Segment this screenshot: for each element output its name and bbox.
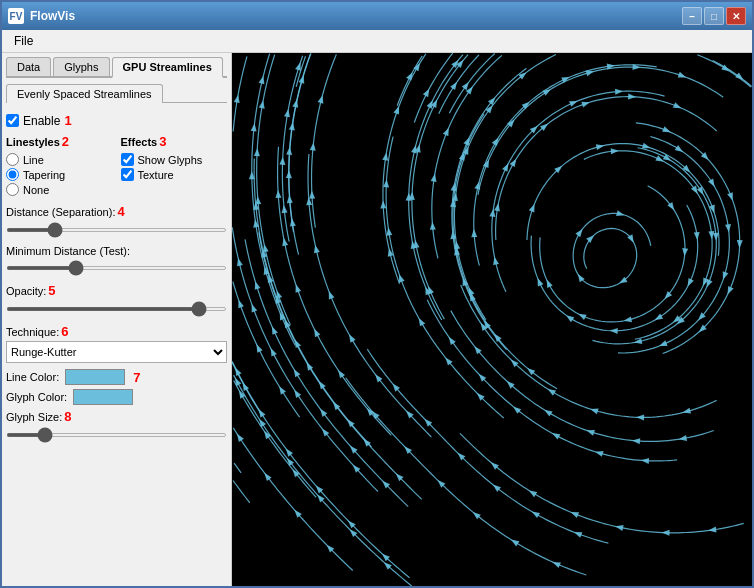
checkbox-texture: Texture — [121, 168, 228, 181]
tab-gpu-streamlines[interactable]: GPU Streamlines — [112, 57, 223, 78]
two-columns: Linestyles2 Line Tapering None — [6, 134, 227, 198]
file-menu[interactable]: File — [6, 32, 41, 50]
opacity-annotation: 5 — [48, 283, 55, 298]
glyph-size-section: Glyph Size:8 — [6, 409, 227, 444]
distance-separation-slider-container — [6, 221, 227, 239]
distance-annotation: 4 — [117, 204, 124, 219]
checkbox-show-glyphs: Show Glyphs — [121, 153, 228, 166]
main-window: FV FlowVis – □ ✕ File Data Glyphs GPU St… — [0, 0, 754, 588]
texture-checkbox[interactable] — [121, 168, 134, 181]
tab-data[interactable]: Data — [6, 57, 51, 76]
technique-annotation: 6 — [61, 324, 68, 339]
linestyles-label: Linestyles2 — [6, 134, 113, 149]
glyph-size-label: Glyph Size:8 — [6, 409, 227, 424]
enable-row: Enable 1 — [6, 113, 227, 128]
flow-visualization — [232, 53, 752, 588]
subtab-evenly-spaced[interactable]: Evenly Spaced Streamlines — [6, 84, 163, 103]
left-panel: Data Glyphs GPU Streamlines Evenly Space… — [2, 53, 232, 588]
enable-label: Enable — [23, 114, 60, 128]
line-color-label: Line Color: — [6, 371, 59, 383]
distance-separation-label: Distance (Separation):4 — [6, 204, 227, 219]
radio-tapering-label: Tapering — [23, 169, 65, 181]
line-color-swatch[interactable] — [65, 369, 125, 385]
title-bar: FV FlowVis – □ ✕ — [2, 2, 752, 30]
maximize-button[interactable]: □ — [704, 7, 724, 25]
linestyles-annotation: 2 — [62, 134, 69, 149]
tab-glyphs[interactable]: Glyphs — [53, 57, 109, 76]
main-layout: Data Glyphs GPU Streamlines Evenly Space… — [2, 53, 752, 588]
window-title: FlowVis — [30, 9, 682, 23]
close-button[interactable]: ✕ — [726, 7, 746, 25]
enable-annotation: 1 — [64, 113, 71, 128]
effects-label: Effects3 — [121, 134, 228, 149]
opacity-slider-container — [6, 300, 227, 318]
minimum-distance-slider-container — [6, 259, 227, 277]
radio-tapering-input[interactable] — [6, 168, 19, 181]
glyph-color-row: Glyph Color: — [6, 389, 227, 405]
technique-label: Technique:6 — [6, 324, 227, 339]
menubar: File — [2, 30, 752, 53]
technique-section: Technique:6 Runge-KutterEuler — [6, 324, 227, 363]
effects-annotation: 3 — [159, 134, 166, 149]
radio-none-input[interactable] — [6, 183, 19, 196]
radio-none: None — [6, 183, 113, 196]
radio-line-label: Line — [23, 154, 44, 166]
radio-none-label: None — [23, 184, 49, 196]
opacity-label: Opacity:5 — [6, 283, 227, 298]
window-controls: – □ ✕ — [682, 7, 746, 25]
radio-tapering: Tapering — [6, 168, 113, 181]
enable-checkbox[interactable] — [6, 114, 19, 127]
glyph-size-slider-container — [6, 426, 227, 444]
minimize-button[interactable]: – — [682, 7, 702, 25]
show-glyphs-label: Show Glyphs — [138, 154, 203, 166]
line-color-annotation: 7 — [133, 370, 140, 385]
glyph-color-swatch[interactable] — [73, 389, 133, 405]
main-tabs: Data Glyphs GPU Streamlines — [6, 57, 227, 78]
effects-col: Effects3 Show Glyphs Texture — [121, 134, 228, 198]
flow-canvas — [232, 53, 752, 588]
glyph-color-label: Glyph Color: — [6, 391, 67, 403]
show-glyphs-checkbox[interactable] — [121, 153, 134, 166]
texture-label: Texture — [138, 169, 174, 181]
technique-select[interactable]: Runge-KutterEuler — [6, 341, 227, 363]
minimum-distance-slider[interactable] — [6, 266, 227, 270]
glyph-size-slider[interactable] — [6, 433, 227, 437]
minimum-distance-label: Minimum Distance (Test): — [6, 245, 227, 257]
radio-line: Line — [6, 153, 113, 166]
line-color-row: Line Color: 7 — [6, 369, 227, 385]
opacity-section: Opacity:5 — [6, 283, 227, 318]
linestyles-col: Linestyles2 Line Tapering None — [6, 134, 113, 198]
app-icon: FV — [8, 8, 24, 24]
radio-line-input[interactable] — [6, 153, 19, 166]
distance-separation-slider[interactable] — [6, 228, 227, 232]
opacity-slider[interactable] — [6, 307, 227, 311]
distance-separation-section: Distance (Separation):4 — [6, 204, 227, 239]
minimum-distance-section: Minimum Distance (Test): — [6, 245, 227, 277]
sub-tabs: Evenly Spaced Streamlines — [6, 84, 227, 103]
glyph-size-annotation: 8 — [64, 409, 71, 424]
